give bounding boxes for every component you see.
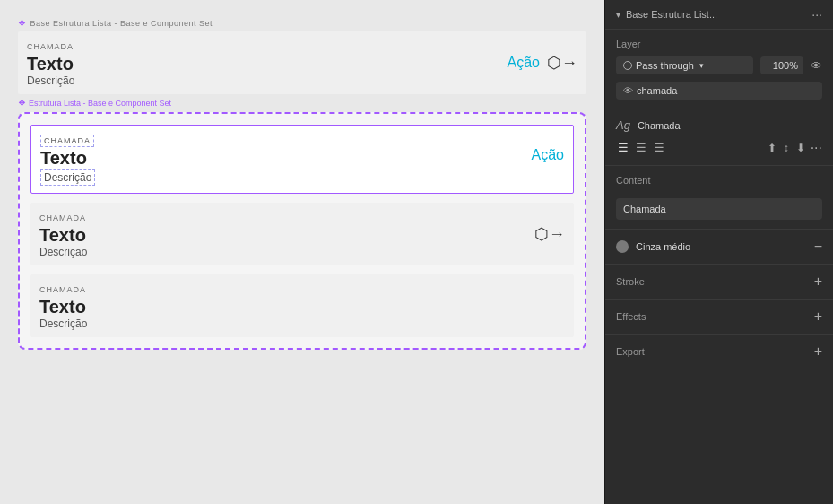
outer-acao-btn[interactable]: Ação	[508, 55, 540, 71]
outer-component-name: Base Estrutura Lista - Base e Component …	[30, 19, 213, 28]
visibility-label: chamada	[637, 85, 677, 96]
text-section: Ag Chamada ☰ ☰ ☰ ⬆ ↕ ⬇ ···	[605, 109, 833, 166]
ag-icon: Ag	[616, 118, 630, 132]
frame-item-2[interactable]: CHAMADA Texto Descrição ⬡→	[30, 203, 574, 265]
stroke-section: Stroke +	[605, 265, 833, 300]
export-label: Export	[616, 346, 645, 357]
align-left-button[interactable]: ☰	[616, 139, 630, 156]
content-input[interactable]	[616, 198, 822, 220]
more-options-icon[interactable]: ···	[811, 7, 822, 22]
stroke-add-button[interactable]: +	[814, 274, 822, 290]
frame-texto-3: Texto	[39, 296, 565, 317]
blend-circle-icon	[623, 61, 632, 70]
frame-chamada-1: CHAMADA	[40, 135, 94, 147]
fill-remove-button[interactable]: −	[814, 239, 822, 255]
text-align-row: ☰ ☰ ☰ ⬆ ↕ ⬇ ···	[616, 139, 822, 156]
panel-title: Base Estrutura List...	[626, 9, 717, 20]
frame-acao-btn-1[interactable]: Ação	[532, 147, 564, 163]
content-section: Content	[605, 166, 833, 230]
frame-texto-1: Texto	[40, 147, 95, 169]
effects-section: Effects +	[605, 300, 833, 335]
panel-header-left: ▾ Base Estrutura List...	[616, 9, 717, 20]
frame-texto-desc-3: Texto Descrição	[39, 296, 565, 330]
frame-descricao-2: Descrição	[39, 246, 87, 258]
fill-label: Cinza médio	[636, 241, 807, 252]
blend-mode-label: Pass through	[636, 60, 694, 71]
export-add-button[interactable]: +	[814, 343, 822, 360]
opacity-input[interactable]	[760, 56, 803, 74]
frame-texto-2: Texto	[39, 224, 87, 246]
canvas: ❖ Base Estrutura Lista - Base e Componen…	[0, 0, 604, 504]
valign-bottom-button[interactable]: ⬇	[794, 140, 807, 156]
fill-section: Cinza médio −	[605, 230, 833, 265]
frame-name: Estrutura Lista - Base e Component Set	[29, 99, 171, 108]
panel-header: ▾ Base Estrutura List... ···	[605, 0, 833, 30]
outer-chamada-label: CHAMADA	[27, 42, 74, 51]
frame-descricao-3: Descrição	[39, 317, 565, 330]
frame-item-3[interactable]: CHAMADA Texto Descrição	[30, 274, 574, 337]
align-center-button[interactable]: ☰	[634, 139, 648, 156]
valign-middle-button[interactable]: ↕	[782, 140, 791, 156]
frame-diamond-icon: ❖	[18, 98, 26, 108]
chevron-down-icon[interactable]: ▾	[616, 10, 620, 20]
outer-exit-icon: ⬡→	[547, 53, 577, 73]
outer-texto: Texto	[27, 53, 74, 74]
frame-chamada-3: CHAMADA	[39, 285, 86, 294]
frame-item-1[interactable]: CHAMADA Texto Descrição Ação	[30, 125, 574, 194]
right-panel: ▾ Base Estrutura List... ··· Layer Pass …	[604, 0, 833, 504]
frame-texto-desc-1: Texto Descrição	[40, 147, 95, 186]
outer-descricao: Descrição	[27, 74, 74, 87]
component-frame[interactable]: CHAMADA Texto Descrição Ação CHAMADA Tex…	[18, 112, 586, 350]
stroke-label: Stroke	[616, 276, 645, 287]
outer-acao-row: Texto Descrição Ação ⬡→	[27, 53, 577, 87]
content-section-title: Content	[616, 175, 822, 186]
visibility-toggle-button[interactable]: 👁	[811, 59, 822, 73]
layer-section-title: Layer	[616, 39, 822, 49]
layer-section: Layer Pass through ▾ 👁 👁 chamada	[605, 30, 833, 109]
text-more-button[interactable]: ···	[811, 140, 822, 156]
blend-chevron-icon: ▾	[699, 61, 704, 70]
fill-color-swatch[interactable]	[616, 240, 629, 253]
frame-label: ❖ Estrutura Lista - Base e Component Set	[18, 98, 171, 108]
frame-icon-2: ⬡→	[534, 224, 565, 244]
font-name-label: Chamada	[638, 120, 681, 131]
layer-row: Pass through ▾ 👁	[616, 56, 822, 74]
eye-small-icon: 👁	[623, 85, 633, 96]
frame-acao-row-1: Texto Descrição Ação	[40, 147, 564, 186]
component-frame-container: ❖ Estrutura Lista - Base e Component Set…	[18, 112, 586, 350]
text-row: Ag Chamada	[616, 118, 822, 132]
effects-add-button[interactable]: +	[814, 308, 822, 325]
frame-texto-desc-2: Texto Descrição	[39, 224, 87, 258]
export-section: Export +	[605, 335, 833, 369]
diamond-icon: ❖	[18, 18, 27, 28]
frame-acao-row-2: Texto Descrição ⬡→	[39, 224, 565, 258]
outer-action-area: Ação ⬡→	[508, 53, 577, 73]
outer-component-label: ❖ Base Estrutura Lista - Base e Componen…	[18, 18, 586, 28]
outer-texto-desc: Texto Descrição	[27, 53, 74, 87]
align-right-button[interactable]: ☰	[652, 139, 666, 156]
blend-mode-button[interactable]: Pass through ▾	[616, 56, 753, 74]
visibility-tag[interactable]: 👁 chamada	[616, 82, 822, 100]
effects-label: Effects	[616, 311, 646, 322]
outer-list-item[interactable]: CHAMADA Texto Descrição Ação ⬡→	[18, 31, 586, 94]
frame-chamada-2: CHAMADA	[39, 213, 86, 222]
valign-top-button[interactable]: ⬆	[766, 140, 778, 156]
frame-descricao-1: Descrição	[40, 169, 95, 186]
